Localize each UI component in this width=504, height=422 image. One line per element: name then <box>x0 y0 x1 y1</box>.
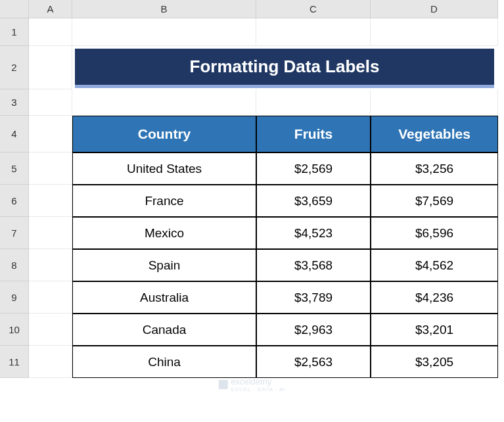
row-header-7[interactable]: 7 <box>0 217 29 249</box>
cell-c3[interactable] <box>256 89 371 116</box>
row-header-2[interactable]: 2 <box>0 46 29 89</box>
cell-a11[interactable] <box>29 346 72 378</box>
table-row-country[interactable]: United States <box>72 152 256 185</box>
watermark-text: exceldemy EXCEL · DATA · BI <box>231 377 286 392</box>
table-row-fruits[interactable]: $4,523 <box>256 217 371 249</box>
cell-d3[interactable] <box>371 89 498 116</box>
table-row-vegetables[interactable]: $4,236 <box>371 281 498 314</box>
cell-a5[interactable] <box>29 152 72 185</box>
table-row-vegetables[interactable]: $7,569 <box>371 185 498 217</box>
watermark-tagline: EXCEL · DATA · BI <box>231 387 286 392</box>
cell-a7[interactable] <box>29 217 72 249</box>
col-header-c[interactable]: C <box>256 0 371 18</box>
cell-a10[interactable] <box>29 314 72 346</box>
row-header-10[interactable]: 10 <box>0 314 29 346</box>
cell-d1[interactable] <box>371 18 498 46</box>
table-row-country[interactable]: Canada <box>72 314 256 346</box>
table-header-vegetables[interactable]: Vegetables <box>371 116 498 152</box>
cell-a6[interactable] <box>29 185 72 217</box>
col-header-d[interactable]: D <box>371 0 498 18</box>
row-header-3[interactable]: 3 <box>0 89 29 116</box>
row-header-1[interactable]: 1 <box>0 18 29 46</box>
table-row-fruits[interactable]: $2,569 <box>256 152 371 185</box>
cell-b3[interactable] <box>72 89 256 116</box>
table-row-country[interactable]: Mexico <box>72 217 256 249</box>
cell-a8[interactable] <box>29 249 72 281</box>
table-row-vegetables[interactable]: $3,201 <box>371 314 498 346</box>
row-header-4[interactable]: 4 <box>0 116 29 152</box>
select-all-corner[interactable] <box>0 0 29 18</box>
watermark: exceldemy EXCEL · DATA · BI <box>218 377 286 392</box>
table-row-country[interactable]: Australia <box>72 281 256 314</box>
cell-a3[interactable] <box>29 89 72 116</box>
table-row-country[interactable]: Spain <box>72 249 256 281</box>
table-row-country[interactable]: China <box>72 346 256 378</box>
table-header-country[interactable]: Country <box>72 116 256 152</box>
row-header-6[interactable]: 6 <box>0 185 29 217</box>
cell-a9[interactable] <box>29 281 72 314</box>
cell-a2[interactable] <box>29 46 72 89</box>
cell-a4[interactable] <box>29 116 72 152</box>
row-header-11[interactable]: 11 <box>0 346 29 378</box>
table-row-fruits[interactable]: $3,789 <box>256 281 371 314</box>
table-row-vegetables[interactable]: $3,256 <box>371 152 498 185</box>
row-header-9[interactable]: 9 <box>0 281 29 314</box>
table-row-fruits[interactable]: $3,568 <box>256 249 371 281</box>
table-header-fruits[interactable]: Fruits <box>256 116 371 152</box>
watermark-brand: exceldemy <box>231 377 271 387</box>
cell-c1[interactable] <box>256 18 371 46</box>
watermark-icon <box>218 380 227 389</box>
row-header-5[interactable]: 5 <box>0 152 29 185</box>
title-banner[interactable]: Formatting Data Labels <box>75 49 494 88</box>
table-row-fruits[interactable]: $2,563 <box>256 346 371 378</box>
table-row-fruits[interactable]: $2,963 <box>256 314 371 346</box>
table-row-vegetables[interactable]: $4,562 <box>371 249 498 281</box>
col-header-a[interactable]: A <box>29 0 72 18</box>
cell-a1[interactable] <box>29 18 72 46</box>
table-row-vegetables[interactable]: $6,596 <box>371 217 498 249</box>
row-header-8[interactable]: 8 <box>0 249 29 281</box>
cell-b1[interactable] <box>72 18 256 46</box>
table-row-fruits[interactable]: $3,659 <box>256 185 371 217</box>
col-header-b[interactable]: B <box>72 0 256 18</box>
spreadsheet-grid: A B C D 1 2 Formatting Data Labels 3 4 C… <box>0 0 504 378</box>
table-row-vegetables[interactable]: $3,205 <box>371 346 498 378</box>
table-row-country[interactable]: France <box>72 185 256 217</box>
